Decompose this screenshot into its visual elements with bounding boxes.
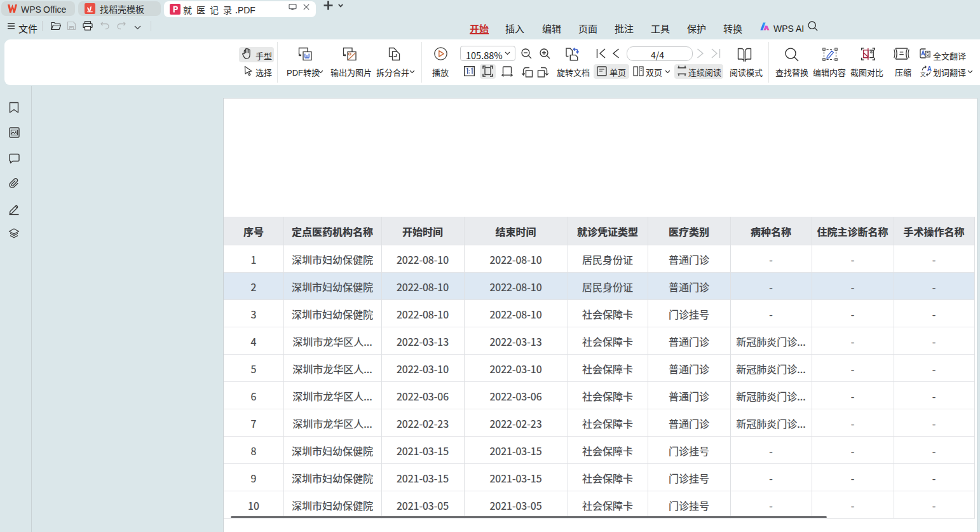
svg-text:文: 文: [920, 70, 926, 78]
svg-text:A: A: [927, 65, 932, 72]
